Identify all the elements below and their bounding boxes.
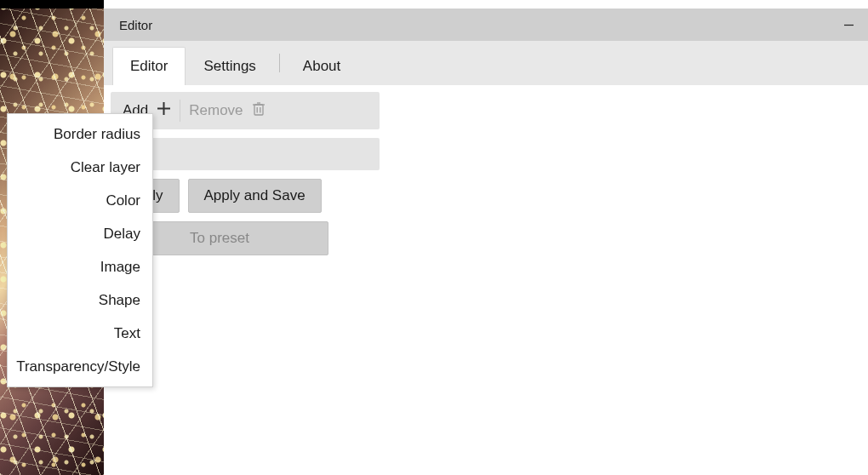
tab-about[interactable]: About: [285, 47, 358, 85]
menu-item-color[interactable]: Color: [8, 184, 152, 217]
menu-item-shape[interactable]: Shape: [8, 283, 152, 317]
menu-item-text[interactable]: Text: [8, 317, 152, 350]
editor-window: Editor Editor Settings About: [104, 9, 868, 475]
menu-item-label: Clear layer: [71, 159, 140, 176]
menu-item-label: Color: [106, 192, 140, 209]
menu-item-delay[interactable]: Delay: [8, 217, 152, 250]
menu-item-label: Image: [100, 259, 140, 276]
tab-label: About: [303, 58, 340, 74]
menu-item-label: Shape: [99, 292, 140, 309]
minimize-icon: [844, 18, 854, 32]
menu-item-label: Text: [114, 325, 140, 342]
titlebar[interactable]: Editor: [104, 9, 868, 41]
menu-item-label: Transparency/Style: [16, 358, 140, 375]
minimize-button[interactable]: [829, 12, 868, 37]
menu-item-image[interactable]: Image: [8, 250, 152, 283]
menu-item-clear-layer[interactable]: Clear layer: [8, 151, 152, 184]
menu-item-label: Delay: [104, 226, 140, 243]
button-label: To preset: [190, 230, 249, 247]
plus-icon: [157, 101, 171, 120]
menu-item-label: Border radius: [54, 126, 140, 143]
window-title: Editor: [119, 18, 152, 32]
svg-rect-3: [254, 105, 263, 115]
add-dropdown-menu: Border radius Clear layer Color Delay Im…: [7, 113, 153, 387]
menu-item-border-radius[interactable]: Border radius: [8, 117, 152, 151]
remove-button[interactable]: Remove: [180, 101, 273, 121]
tab-separator: [279, 54, 280, 72]
menu-item-transparency-style[interactable]: Transparency/Style: [8, 350, 152, 383]
tab-bar: Editor Settings About: [104, 41, 868, 85]
button-label: Apply and Save: [204, 187, 306, 204]
trash-icon: [252, 101, 266, 121]
tab-editor[interactable]: Editor: [112, 47, 186, 85]
tab-label: Editor: [130, 58, 168, 74]
editor-content: Add Remove: [104, 85, 868, 475]
tab-label: Settings: [203, 58, 255, 74]
apply-and-save-button[interactable]: Apply and Save: [188, 179, 322, 213]
remove-label: Remove: [189, 102, 243, 119]
tab-settings[interactable]: Settings: [186, 47, 273, 85]
